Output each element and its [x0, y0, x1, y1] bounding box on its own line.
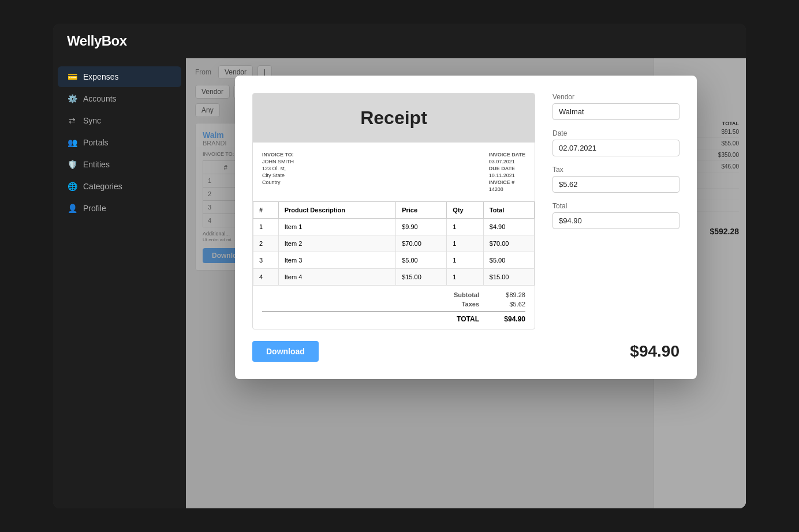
accounts-icon: ⚙️ [67, 94, 77, 103]
vendor-field-label: Vendor [552, 93, 679, 101]
item-total-2: $5.00 [483, 252, 534, 269]
sidebar: 💳 Expenses ⚙️ Accounts ⇄ Sync 👥 Portals … [53, 58, 186, 508]
main-content: From Vendor | Vendor Any Walm BRANDI [186, 58, 746, 508]
entities-icon: 🛡️ [67, 160, 77, 169]
app-window: WellyBox 💳 Expenses ⚙️ Accounts ⇄ Sync 👥… [53, 24, 746, 508]
invoice-to-label: INVOICE TO: [262, 152, 294, 158]
sidebar-item-expenses[interactable]: 💳 Expenses [58, 66, 181, 87]
due-date-value: 10.11.2021 [489, 173, 525, 178]
item-total-0: $4.90 [483, 219, 534, 235]
receipt-document: Receipt INVOICE TO: JOHN SMITH 123 Ol. s… [252, 93, 535, 329]
sidebar-label-portals: Portals [83, 138, 109, 147]
app-body: 💳 Expenses ⚙️ Accounts ⇄ Sync 👥 Portals … [53, 58, 746, 508]
total-field-label: Total [552, 202, 679, 210]
total-display: $94.90 [630, 342, 679, 361]
sidebar-item-categories[interactable]: 🌐 Categories [58, 176, 181, 197]
sidebar-item-accounts[interactable]: ⚙️ Accounts [58, 88, 181, 109]
app-logo: WellyBox [67, 33, 127, 49]
vendor-field: Vendor [552, 93, 679, 120]
profile-icon: 👤 [67, 204, 77, 213]
receipt-meta-left: INVOICE TO: JOHN SMITH 123 Ol. st, City … [262, 152, 294, 192]
item-num-2: 3 [253, 252, 279, 269]
sync-icon: ⇄ [67, 116, 77, 125]
expenses-icon: 💳 [67, 72, 77, 81]
item-price-2: $5.00 [396, 252, 447, 269]
invoice-to-country: Country [262, 179, 294, 185]
tax-field-label: Tax [552, 166, 679, 174]
receipt-subtotals: Subtotal $89.28 Taxes $5.62 TOTAL [253, 286, 535, 329]
sidebar-item-portals[interactable]: 👥 Portals [58, 132, 181, 153]
item-price-3: $15.00 [396, 269, 447, 286]
invoice-date-label: INVOICE DATE [489, 152, 525, 158]
sidebar-item-sync[interactable]: ⇄ Sync [58, 110, 181, 131]
subtotal-label: Subtotal [454, 291, 479, 298]
invoice-to-address: 123 Ol. st, [262, 166, 294, 171]
receipt-items-table: # Product Description Price Qty Total 1 [253, 201, 535, 286]
col-total: Total [483, 202, 534, 219]
receipt-meta-right: INVOICE DATE 03.07.2021 DUE DATE 10.11.2… [489, 152, 525, 192]
col-desc: Product Description [278, 202, 395, 219]
item-total-1: $70.00 [483, 235, 534, 252]
item-total-3: $15.00 [483, 269, 534, 286]
col-price: Price [396, 202, 447, 219]
date-field: Date [552, 129, 679, 156]
item-qty-0: 1 [447, 219, 483, 235]
item-price-1: $70.00 [396, 235, 447, 252]
receipt-item-row: 4 Item 4 $15.00 1 $15.00 [253, 269, 535, 286]
item-price-0: $9.90 [396, 219, 447, 235]
item-qty-1: 1 [447, 235, 483, 252]
receipt-item-row: 1 Item 1 $9.90 1 $4.90 [253, 219, 535, 235]
item-desc-1: Item 2 [278, 235, 395, 252]
categories-icon: 🌐 [67, 182, 77, 191]
item-num-0: 1 [253, 219, 279, 235]
portals-icon: 👥 [67, 138, 77, 147]
taxes-label: Taxes [462, 301, 479, 308]
receipt-meta: INVOICE TO: JOHN SMITH 123 Ol. st, City … [253, 143, 535, 201]
receipt-total-label: TOTAL [457, 315, 479, 323]
item-num-1: 2 [253, 235, 279, 252]
sidebar-label-expenses: Expenses [83, 72, 118, 81]
sidebar-label-categories: Categories [83, 182, 122, 191]
subtotal-value: $89.28 [491, 291, 525, 298]
modal-overlay: Receipt INVOICE TO: JOHN SMITH 123 Ol. s… [186, 58, 746, 508]
invoice-to-city: City State [262, 173, 294, 178]
invoice-num-label: INVOICE # [489, 179, 525, 185]
tax-input[interactable] [552, 176, 679, 193]
item-num-3: 4 [253, 269, 279, 286]
taxes-row: Taxes $5.62 [262, 301, 525, 308]
item-desc-3: Item 4 [278, 269, 395, 286]
invoice-to-name: JOHN SMITH [262, 159, 294, 164]
vendor-input[interactable] [552, 103, 679, 120]
col-qty: Qty [447, 202, 483, 219]
receipt-modal: Receipt INVOICE TO: JOHN SMITH 123 Ol. s… [235, 76, 697, 379]
sidebar-label-accounts: Accounts [83, 94, 117, 103]
sidebar-label-profile: Profile [83, 204, 106, 213]
total-field: Total [552, 202, 679, 229]
receipt-item-row: 2 Item 2 $70.00 1 $70.00 [253, 235, 535, 252]
sidebar-item-profile[interactable]: 👤 Profile [58, 198, 181, 219]
item-qty-3: 1 [447, 269, 483, 286]
date-input[interactable] [552, 140, 679, 156]
item-qty-2: 1 [447, 252, 483, 269]
receipt-doc-area: Receipt INVOICE TO: JOHN SMITH 123 Ol. s… [252, 93, 679, 329]
total-row: TOTAL $94.90 [262, 315, 525, 323]
receipt-header-area: Receipt [253, 93, 535, 143]
sidebar-item-entities[interactable]: 🛡️ Entities [58, 154, 181, 175]
invoice-num-value: 14208 [489, 186, 525, 192]
tax-field: Tax [552, 166, 679, 193]
due-date-label: DUE DATE [489, 166, 525, 171]
receipt-item-row: 3 Item 3 $5.00 1 $5.00 [253, 252, 535, 269]
receipt-form: Vendor Date Tax [552, 93, 679, 329]
total-input[interactable] [552, 212, 679, 229]
receipt-total-value: $94.90 [491, 315, 525, 323]
app-header: WellyBox [53, 24, 746, 58]
date-field-label: Date [552, 129, 679, 137]
taxes-value: $5.62 [491, 301, 525, 308]
download-button[interactable]: Download [252, 341, 319, 362]
invoice-date-value: 03.07.2021 [489, 159, 525, 164]
sidebar-label-entities: Entities [83, 160, 110, 169]
subtotal-row: Subtotal $89.28 [262, 291, 525, 298]
total-divider [262, 311, 525, 312]
sidebar-label-sync: Sync [83, 116, 101, 125]
modal-footer: Download $94.90 [252, 341, 679, 362]
